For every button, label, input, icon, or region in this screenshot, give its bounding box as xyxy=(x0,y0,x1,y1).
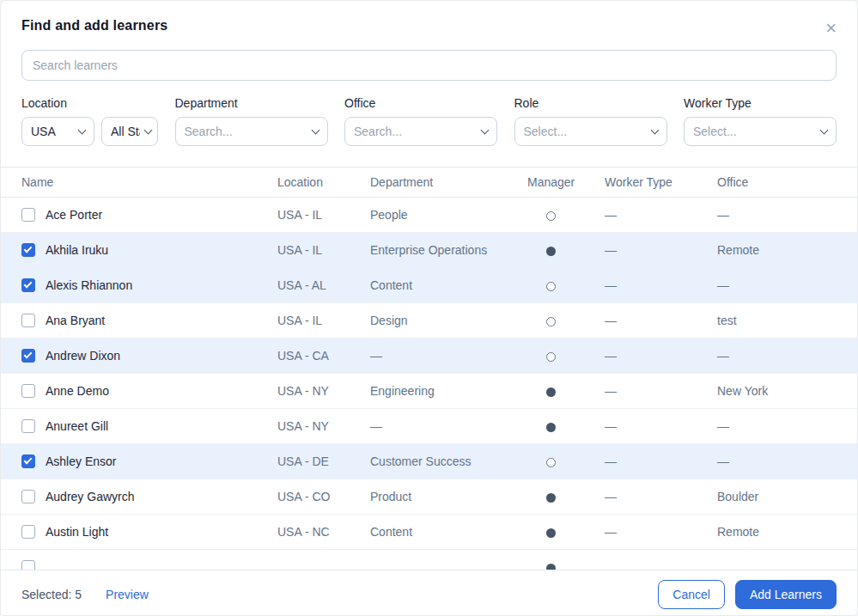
learner-worker-type: — xyxy=(605,278,717,292)
role-select-value: Select... xyxy=(524,125,647,138)
table-row[interactable]: Anureet GillUSA - NY——— xyxy=(1,409,857,444)
learner-name-cell: Ashley Ensor xyxy=(21,454,277,468)
checkbox-checked[interactable] xyxy=(21,349,35,363)
learner-name-cell: Ace Porter xyxy=(21,208,277,222)
table-row[interactable]: Andrew DixonUSA - CA——— xyxy=(1,338,857,374)
learner-name: Akhila Iruku xyxy=(46,243,108,257)
learner-office: — xyxy=(717,208,837,222)
manager-cell xyxy=(527,243,605,257)
learner-worker-type: — xyxy=(605,525,717,539)
checkbox-unchecked[interactable] xyxy=(21,314,35,327)
learner-office: — xyxy=(717,349,837,363)
table-row[interactable]: Austin LightUSA - NCContent—Remote xyxy=(1,515,857,550)
learner-office: — xyxy=(717,454,837,468)
checkbox-checked[interactable] xyxy=(21,243,35,257)
learner-location: USA - IL xyxy=(277,208,370,222)
country-select-value: USA xyxy=(31,125,74,138)
manager-cell xyxy=(527,419,605,433)
table-header: NameLocationDepartmentManagerWorker Type… xyxy=(1,167,857,198)
learner-location: USA - NC xyxy=(277,525,370,539)
learner-name-cell: Audrey Gawyrch xyxy=(21,490,277,503)
role-select[interactable]: Select... xyxy=(514,117,667,146)
checkmark-icon xyxy=(24,456,33,465)
preview-link[interactable]: Preview xyxy=(106,588,149,601)
filter-role-label: Role xyxy=(514,96,667,110)
learner-department: — xyxy=(370,349,527,363)
find-add-learners-modal: Find and add learners × LocationUSAAll S… xyxy=(0,0,858,616)
checkbox-unchecked[interactable] xyxy=(21,419,35,433)
footer-left: Selected: 5 Preview xyxy=(21,588,149,601)
checkbox-unchecked[interactable] xyxy=(21,208,35,222)
country-select[interactable]: USA xyxy=(21,117,94,146)
checkbox-unchecked[interactable] xyxy=(21,525,35,539)
add-learners-button[interactable]: Add Learners xyxy=(735,580,837,609)
worker-type-select[interactable]: Select... xyxy=(684,117,837,146)
learners-table-body: Ace PorterUSA - ILPeople——Akhila IrukuUS… xyxy=(1,198,857,570)
footer-right: Cancel Add Learners xyxy=(658,580,837,609)
checkbox-checked[interactable] xyxy=(21,454,35,468)
filter-location: LocationUSAAll States xyxy=(21,96,158,146)
learner-worker-type: — xyxy=(605,208,717,222)
close-icon[interactable]: × xyxy=(825,19,837,38)
office-select[interactable]: Search... xyxy=(344,117,497,146)
filter-worker-type-controls: Select... xyxy=(684,117,837,146)
modal-header: Find and add learners × xyxy=(1,1,857,38)
learner-name: Ace Porter xyxy=(46,208,102,222)
manager-cell xyxy=(527,490,605,503)
learner-office: Remote xyxy=(717,525,837,539)
office-select-value: Search... xyxy=(354,125,477,138)
search-bar xyxy=(21,50,837,81)
table-row[interactable]: Audrey GawyrchUSA - COProduct—Boulder xyxy=(1,479,857,515)
learner-worker-type: — xyxy=(605,490,717,503)
filter-department-label: Department xyxy=(175,96,328,110)
learner-location: USA - NY xyxy=(277,419,370,433)
checkbox-unchecked[interactable] xyxy=(21,560,35,570)
table-row[interactable]: Akhila IrukuUSA - ILEnterprise Operation… xyxy=(1,233,857,268)
learner-department: People xyxy=(370,208,527,222)
table-row[interactable]: Ana BryantUSA - ILDesign—test xyxy=(1,303,857,338)
table-row[interactable] xyxy=(1,550,857,570)
learner-location: USA - AL xyxy=(277,278,370,292)
manager-filled-icon xyxy=(546,247,556,256)
worker-type-select-value: Select... xyxy=(693,125,816,138)
table-row[interactable]: Anne DemoUSA - NYEngineering—New York xyxy=(1,374,857,409)
learner-office: — xyxy=(717,278,837,292)
learner-worker-type: — xyxy=(605,314,717,327)
manager-filled-icon xyxy=(546,528,556,538)
table-row[interactable]: Ashley EnsorUSA - DECustomer Success—— xyxy=(1,444,857,479)
learner-department: Content xyxy=(370,525,527,539)
state-select[interactable]: All States xyxy=(101,117,158,146)
learner-name-cell: Andrew Dixon xyxy=(21,349,277,363)
manager-empty-icon xyxy=(546,458,556,467)
learner-name-cell: Akhila Iruku xyxy=(21,243,277,257)
learner-location: USA - DE xyxy=(277,454,370,468)
column-header-office: Office xyxy=(717,175,837,189)
table-row[interactable]: Ace PorterUSA - ILPeople—— xyxy=(1,198,857,233)
manager-filled-icon xyxy=(546,493,556,503)
filter-role: RoleSelect... xyxy=(514,96,667,146)
checkbox-unchecked[interactable] xyxy=(21,490,35,503)
manager-cell xyxy=(527,314,605,327)
learner-location: USA - CO xyxy=(277,490,370,503)
manager-cell xyxy=(527,560,605,570)
manager-filled-icon xyxy=(546,564,556,570)
filter-location-label: Location xyxy=(21,96,158,110)
learner-name: Andrew Dixon xyxy=(46,349,120,363)
learner-name-cell: Anne Demo xyxy=(21,384,277,398)
learner-name: Anne Demo xyxy=(46,384,109,398)
search-input[interactable] xyxy=(21,50,837,81)
filter-location-controls: USAAll States xyxy=(21,117,158,146)
column-header-location: Location xyxy=(277,175,370,189)
table-row[interactable]: Alexis RhiannonUSA - ALContent—— xyxy=(1,268,857,303)
learner-office: New York xyxy=(717,384,837,398)
learner-department: Customer Success xyxy=(370,454,527,468)
cancel-button[interactable]: Cancel xyxy=(658,580,725,609)
checkbox-checked[interactable] xyxy=(21,278,35,292)
learner-name-cell xyxy=(21,560,277,570)
learner-name: Ana Bryant xyxy=(46,314,105,327)
column-header-manager: Manager xyxy=(527,175,605,189)
manager-filled-icon xyxy=(546,387,556,397)
checkbox-unchecked[interactable] xyxy=(21,384,35,398)
manager-filled-icon xyxy=(546,423,556,432)
department-select[interactable]: Search... xyxy=(175,117,328,146)
